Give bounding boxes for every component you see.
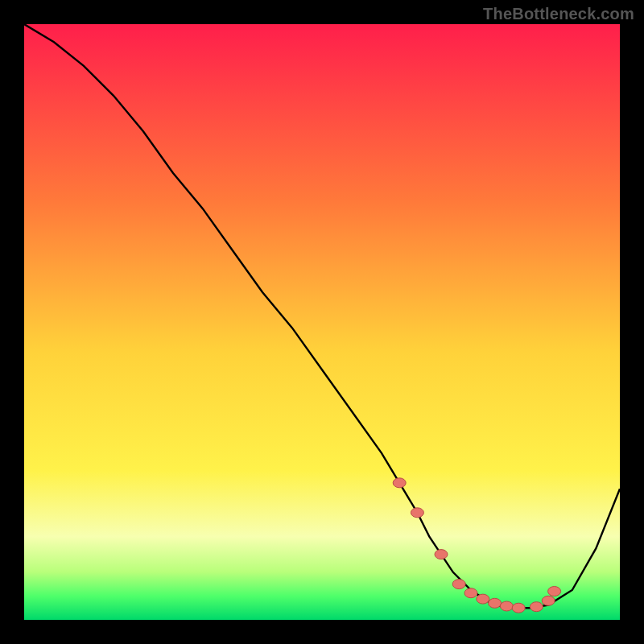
highlight-marker [530, 602, 543, 612]
highlight-marker [489, 598, 502, 608]
highlight-marker [435, 550, 448, 559]
highlight-marker [411, 508, 423, 518]
highlight-marker [548, 587, 561, 597]
bottleneck-chart [0, 0, 644, 644]
highlight-marker [393, 478, 406, 488]
highlight-marker [542, 596, 555, 605]
highlight-marker [464, 588, 477, 598]
highlight-marker [452, 580, 465, 589]
highlight-marker [512, 603, 525, 613]
heat-gradient [24, 24, 620, 620]
chart-frame: { "watermark": "TheBottleneck.com", "col… [0, 0, 644, 644]
watermark-text: TheBottleneck.com [483, 5, 634, 23]
highlight-marker [477, 594, 489, 604]
highlight-marker [500, 601, 513, 611]
